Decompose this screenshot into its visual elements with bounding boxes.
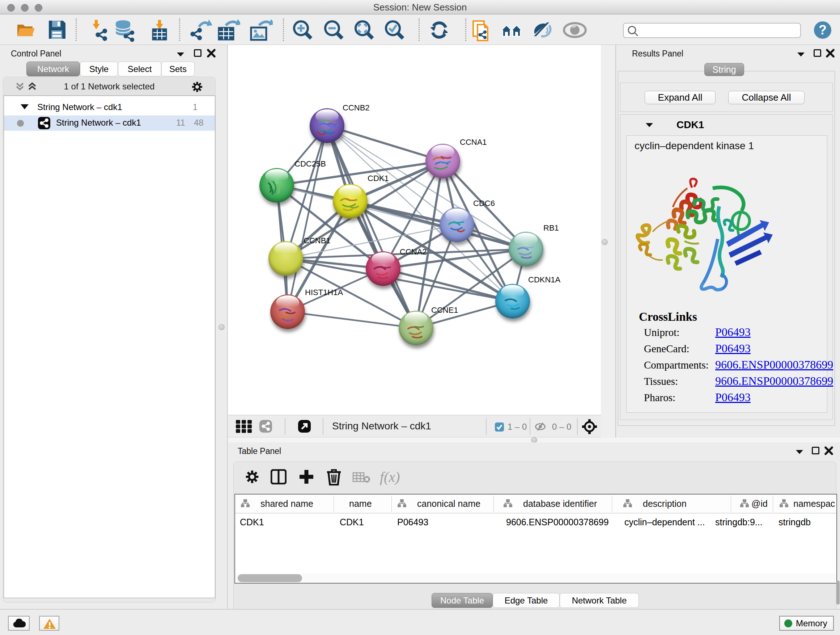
svg-text:?: ?	[819, 22, 827, 37]
